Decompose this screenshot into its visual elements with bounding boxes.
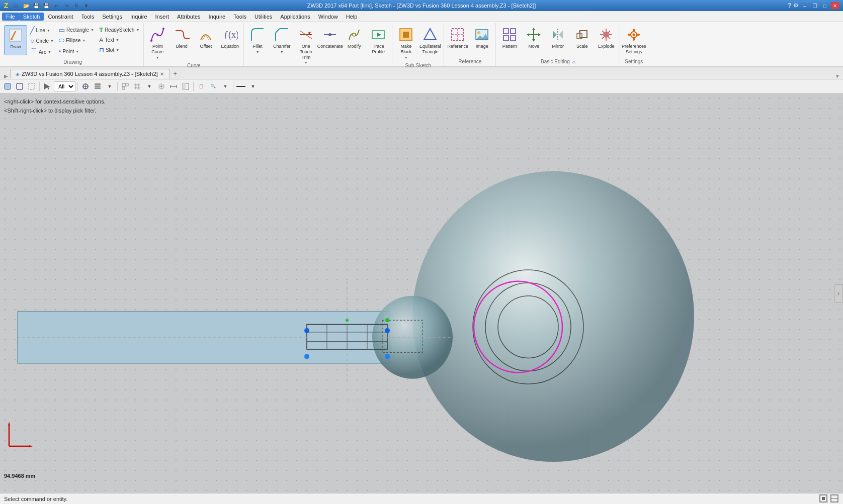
ribbon-btn-modify[interactable]: Modify: [343, 25, 366, 55]
rect-dropdown[interactable]: ▼: [91, 28, 94, 32]
ribbon-btn-reference[interactable]: Reference: [446, 25, 469, 55]
readysketch-dropdown[interactable]: ▼: [136, 28, 139, 32]
viewport[interactable]: <right-click> for context-sensitive opti…: [0, 93, 843, 493]
maximize-button[interactable]: □: [821, 2, 829, 9]
ribbon-btn-chamfer[interactable]: Chamfer ▼: [270, 25, 293, 55]
ts-grid-btn[interactable]: [132, 81, 143, 92]
ribbon-btn-concatenate[interactable]: Concatenate: [318, 25, 342, 55]
ribbon-btn-trace[interactable]: TraceProfile: [367, 25, 390, 56]
ribbon-btn-preferences[interactable]: PreferencesSettings: [622, 25, 645, 56]
ellipse-dropdown[interactable]: ▼: [82, 39, 86, 42]
menu-constraint[interactable]: Constraint: [44, 13, 77, 21]
qa-more[interactable]: ▼: [82, 1, 91, 10]
ribbon-btn-point[interactable]: · Point ▼: [57, 46, 96, 57]
text-dropdown[interactable]: ▼: [116, 38, 119, 42]
close-button[interactable]: ✕: [831, 2, 839, 9]
ts-griddrop-btn[interactable]: ▼: [144, 81, 155, 92]
settings-icon[interactable]: ⚙: [793, 2, 799, 9]
qa-redo[interactable]: ↪: [62, 1, 71, 10]
status-icon1[interactable]: [819, 494, 828, 504]
ts-layers-btn[interactable]: [92, 81, 103, 92]
qa-save-all[interactable]: 💾: [42, 1, 51, 10]
ribbon-btn-readysketch[interactable]: T ReadySketch ▼: [97, 25, 141, 35]
ribbon-btn-fillet[interactable]: Fillet ▼: [246, 25, 269, 55]
menu-settings[interactable]: Settings: [98, 13, 126, 21]
ribbon-btn-onetouch[interactable]: One TouchTrim ▼: [294, 25, 317, 66]
menu-applications[interactable]: Applications: [276, 13, 314, 21]
cad-drawing[interactable]: [0, 93, 843, 493]
menu-help[interactable]: Help: [342, 13, 362, 21]
onetouch-dropdown[interactable]: ▼: [304, 61, 308, 65]
ts-hidden-btn[interactable]: [26, 81, 37, 92]
qa-open[interactable]: 📂: [22, 1, 31, 10]
ts-shading-btn[interactable]: [2, 81, 13, 92]
menu-inquire2[interactable]: Inquire: [205, 13, 230, 21]
ts-color-btn[interactable]: [180, 81, 191, 92]
ribbon-btn-explode[interactable]: Explode: [595, 25, 618, 55]
ribbon-btn-scale[interactable]: Scale: [570, 25, 594, 55]
ribbon-btn-pattern[interactable]: Pattern: [498, 25, 521, 55]
menu-insert[interactable]: Insert: [151, 13, 174, 21]
ribbon-btn-equation[interactable]: ƒ(x) Equation: [218, 25, 241, 55]
panel-collapse-btn[interactable]: ›: [834, 284, 843, 303]
ts-lineweight-btn[interactable]: [235, 81, 246, 92]
ribbon-btn-text[interactable]: A Text ▼: [97, 35, 141, 45]
ribbon-btn-line[interactable]: ╱ Line ▼: [28, 25, 56, 35]
ribbon-btn-makeblock[interactable]: MakeBlock ▼: [394, 25, 417, 61]
qa-save[interactable]: 💾: [32, 1, 41, 10]
tab-nav-right[interactable]: ▼: [835, 73, 843, 79]
ts-layerdrop-btn[interactable]: ▼: [104, 81, 115, 92]
ts-linecolor-btn[interactable]: ▼: [247, 81, 259, 92]
basicediting-expand[interactable]: ⊿: [571, 59, 575, 64]
line-dropdown[interactable]: ▼: [47, 29, 50, 32]
fillet-dropdown[interactable]: ▼: [256, 50, 260, 54]
chamfer-dropdown[interactable]: ▼: [280, 50, 284, 54]
menu-sketch[interactable]: Sketch: [19, 13, 44, 21]
menu-tools[interactable]: Tools: [77, 13, 99, 21]
arc-dropdown[interactable]: ▼: [48, 50, 51, 54]
ts-drop5[interactable]: ▼: [220, 81, 231, 92]
ribbon-btn-equilateral[interactable]: EquilateralTriangle: [418, 25, 442, 56]
ribbon-btn-ellipse[interactable]: ⬭ Ellipse ▼: [57, 35, 96, 45]
ts-wireframe-btn[interactable]: [14, 81, 25, 92]
ts-pick-btn[interactable]: [42, 81, 53, 92]
ribbon-btn-move[interactable]: Move: [522, 25, 545, 55]
ts-layers2-btn[interactable]: 📋: [196, 81, 207, 92]
qa-refresh[interactable]: ↻: [72, 1, 81, 10]
tab-close[interactable]: ✕: [160, 71, 164, 77]
menu-inquire[interactable]: Inquire: [126, 13, 151, 21]
makeblock-dropdown[interactable]: ▼: [404, 56, 408, 60]
status-icon2[interactable]: [830, 494, 839, 504]
ts-inspect-btn[interactable]: 🔍: [208, 81, 219, 92]
point-dropdown[interactable]: ▼: [75, 50, 79, 53]
ribbon-btn-blend[interactable]: Blend: [170, 25, 193, 55]
ribbon-btn-circle[interactable]: ○ Circle ▼: [28, 36, 56, 46]
ribbon-btn-slot[interactable]: ⊓ Slot ▼: [97, 45, 141, 55]
pointcurve-dropdown[interactable]: ▼: [156, 56, 159, 60]
ribbon-btn-pointcurve[interactable]: PointCurve ▼: [146, 25, 169, 61]
ts-view1-btn[interactable]: [120, 81, 131, 92]
menu-window[interactable]: Window: [314, 13, 342, 21]
minimize-button[interactable]: –: [801, 2, 809, 9]
ribbon-btn-offset[interactable]: Offset: [194, 25, 217, 55]
ts-filter-select[interactable]: All: [54, 81, 75, 91]
ribbon-btn-draw[interactable]: Draw: [4, 25, 27, 55]
menu-attributes[interactable]: Attributes: [173, 13, 204, 21]
ribbon-btn-rectangle[interactable]: ▭ Rectangle ▼: [57, 25, 96, 35]
tab-nav-left[interactable]: ▶: [4, 73, 8, 79]
ribbon-btn-mirror[interactable]: Mirror: [546, 25, 569, 55]
menu-tools2[interactable]: Tools: [229, 13, 250, 21]
menu-utilities[interactable]: Utilities: [250, 13, 276, 21]
ts-snap-btn[interactable]: [80, 81, 91, 92]
ribbon-btn-image[interactable]: Image: [470, 25, 493, 55]
qa-new[interactable]: □: [12, 1, 21, 10]
ribbon-btn-arc[interactable]: ⌒ Arc ▼: [28, 46, 56, 57]
tab-add[interactable]: +: [171, 69, 180, 79]
circle-dropdown[interactable]: ▼: [50, 39, 54, 43]
ts-measure-btn[interactable]: [168, 81, 179, 92]
help-icon[interactable]: ?: [788, 2, 791, 9]
ts-view2-btn[interactable]: [156, 81, 167, 92]
restore-button[interactable]: ❐: [811, 2, 819, 9]
slot-dropdown[interactable]: ▼: [116, 48, 119, 52]
qa-undo[interactable]: ↩: [52, 1, 61, 10]
